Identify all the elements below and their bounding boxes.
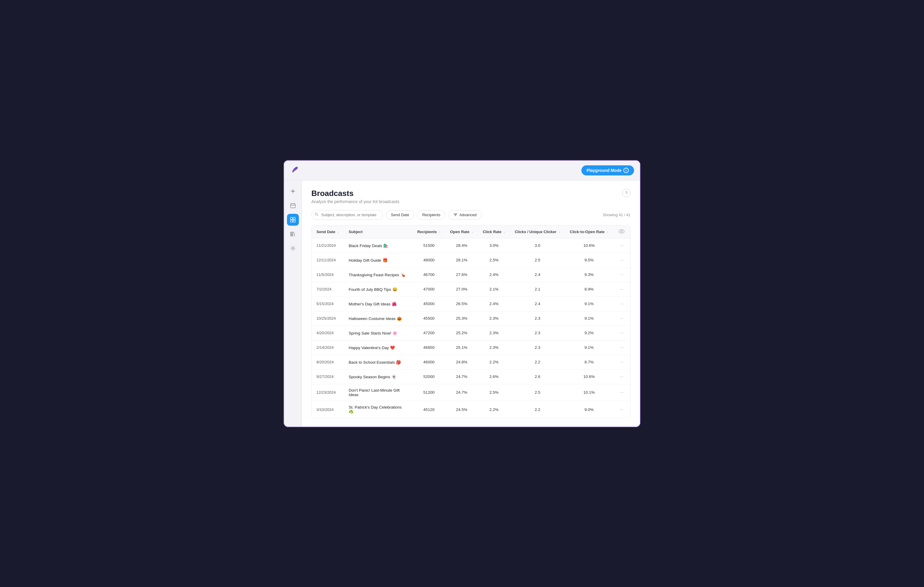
cell-date: 5/15/2024 — [312, 296, 344, 311]
sidebar-item-sparkle[interactable] — [287, 185, 299, 197]
sort-icon-cto-rate: ↕ — [607, 230, 609, 234]
main-content: Broadcasts Analyze the performance of yo… — [302, 181, 640, 427]
col-subject[interactable]: Subject — [344, 225, 412, 238]
broadcasts-table: Send Date ↕ Subject Recipients ↕ — [311, 225, 630, 418]
recipients-filter[interactable]: Recipients — [417, 210, 446, 219]
cell-open-rate: 25.2% — [446, 326, 478, 340]
cell-subject: Thanksgiving Feast Recipes 🍗 — [344, 267, 412, 282]
cell-recipients: 45120 — [412, 401, 446, 418]
page-subtitle: Analyze the performance of your Kit broa… — [311, 199, 400, 204]
svg-line-13 — [317, 215, 318, 216]
cell-recipients: 45000 — [412, 296, 446, 311]
cell-recipients: 47200 — [412, 326, 446, 340]
cell-cto-rate: 9.5% — [565, 253, 613, 267]
cell-recipients: 52000 — [412, 369, 446, 384]
table-row: 10/25/2024 Halloween Costume Ideas 🎃 455… — [312, 311, 630, 326]
cell-cto-rate: 9.2% — [565, 326, 613, 340]
row-actions-button[interactable]: ··· — [618, 406, 625, 413]
svg-rect-6 — [293, 217, 295, 219]
cell-actions: ··· — [613, 326, 630, 340]
sidebar-item-settings[interactable] — [287, 242, 299, 254]
cell-unique-clicker: 2.3 — [510, 326, 565, 340]
app-window: Playground Mode i — [284, 160, 640, 428]
sort-icon-recipients: ↕ — [439, 230, 441, 234]
table-row: 9/27/2024 Spooky Season Begins 👻 52000 2… — [312, 369, 630, 384]
cell-recipients: 45500 — [412, 311, 446, 326]
search-input[interactable] — [311, 210, 383, 220]
cell-recipients: 46700 — [412, 267, 446, 282]
cell-actions: ··· — [613, 401, 630, 418]
col-click-rate[interactable]: Click Rate ↕ — [478, 225, 510, 238]
row-actions-button[interactable]: ··· — [618, 389, 625, 396]
help-button[interactable]: ? — [622, 189, 630, 197]
cell-subject: Spooky Season Begins 👻 — [344, 369, 412, 384]
row-actions-button[interactable]: ··· — [618, 286, 625, 293]
col-eye — [613, 225, 630, 238]
advanced-filter[interactable]: Advanced — [448, 210, 482, 219]
row-actions-button[interactable]: ··· — [618, 301, 625, 307]
svg-rect-5 — [290, 217, 293, 219]
cell-date: 10/25/2024 — [312, 311, 344, 326]
sort-icon-date: ↕ — [338, 230, 339, 234]
row-actions-button[interactable]: ··· — [618, 242, 625, 249]
cell-click-rate: 2.3% — [478, 311, 510, 326]
cell-cto-rate: 10.6% — [565, 238, 613, 253]
cell-unique-clicker: 2.3 — [510, 311, 565, 326]
playground-mode-button[interactable]: Playground Mode i — [581, 165, 634, 176]
row-actions-button[interactable]: ··· — [618, 257, 625, 263]
sidebar-item-calendar[interactable] — [287, 199, 299, 211]
sidebar-item-grid[interactable] — [287, 214, 299, 226]
cell-actions: ··· — [613, 267, 630, 282]
cell-date: 4/20/2024 — [312, 326, 344, 340]
cell-recipients: 47000 — [412, 282, 446, 296]
playground-button-label: Playground Mode — [587, 168, 622, 173]
row-actions-button[interactable]: ··· — [618, 344, 625, 351]
cell-click-rate: 2.5% — [478, 253, 510, 267]
cell-subject: St. Patrick's Day Celebrations ☘️ — [344, 401, 412, 418]
svg-point-12 — [315, 213, 317, 215]
cell-actions: ··· — [613, 355, 630, 369]
cell-unique-clicker: 2.2 — [510, 355, 565, 369]
cell-open-rate: 26.5% — [446, 296, 478, 311]
cell-subject: Spring Sale Starts Now! 🌸 — [344, 326, 412, 340]
cell-unique-clicker: 2.4 — [510, 296, 565, 311]
row-actions-button[interactable]: ··· — [618, 330, 625, 336]
cell-date: 11/5/2024 — [312, 267, 344, 282]
cell-unique-clicker: 2.1 — [510, 282, 565, 296]
row-actions-button[interactable]: ··· — [618, 373, 625, 380]
cell-click-rate: 2.6% — [478, 369, 510, 384]
cell-recipients: 51500 — [412, 238, 446, 253]
cell-click-rate: 2.1% — [478, 282, 510, 296]
col-open-rate[interactable]: Open Rate ↕ — [446, 225, 478, 238]
cell-actions: ··· — [613, 384, 630, 401]
svg-point-0 — [296, 167, 297, 168]
cell-date: 8/20/2024 — [312, 355, 344, 369]
cell-subject: Fourth of July BBQ Tips 😄 — [344, 282, 412, 296]
svg-point-17 — [619, 230, 624, 233]
row-actions-button[interactable]: ··· — [618, 315, 625, 322]
sort-icon-open-rate: ↕ — [472, 230, 473, 234]
col-recipients[interactable]: Recipients ↕ — [412, 225, 446, 238]
cell-unique-clicker: 2.4 — [510, 267, 565, 282]
cell-actions: ··· — [613, 253, 630, 267]
col-unique-clicker[interactable]: Clicks / Unique Clicker ↕ — [510, 225, 565, 238]
cell-cto-rate: 10.6% — [565, 369, 613, 384]
cell-open-rate: 24.7% — [446, 369, 478, 384]
col-send-date[interactable]: Send Date ↕ — [312, 225, 344, 238]
cell-open-rate: 24.8% — [446, 355, 478, 369]
cell-actions: ··· — [613, 311, 630, 326]
row-actions-button[interactable]: ··· — [618, 271, 625, 278]
table-row: 12/23/2024 Don't Panic! Last-Minute Gift… — [312, 384, 630, 401]
cell-open-rate: 24.7% — [446, 384, 478, 401]
cell-click-rate: 2.2% — [478, 355, 510, 369]
cell-date: 3/10/2024 — [312, 401, 344, 418]
cell-unique-clicker: 3.0 — [510, 238, 565, 253]
cell-click-rate: 2.5% — [478, 384, 510, 401]
sort-icon-unique-clicker: ↕ — [559, 230, 560, 234]
row-actions-button[interactable]: ··· — [618, 359, 625, 365]
send-date-filter[interactable]: Send Date — [386, 210, 414, 219]
svg-rect-7 — [290, 220, 293, 222]
cell-subject: Black Friday Deals 🛍️ — [344, 238, 412, 253]
sidebar-item-library[interactable] — [287, 228, 299, 240]
col-cto-rate[interactable]: Click-to-Open Rate ↕ — [565, 225, 613, 238]
